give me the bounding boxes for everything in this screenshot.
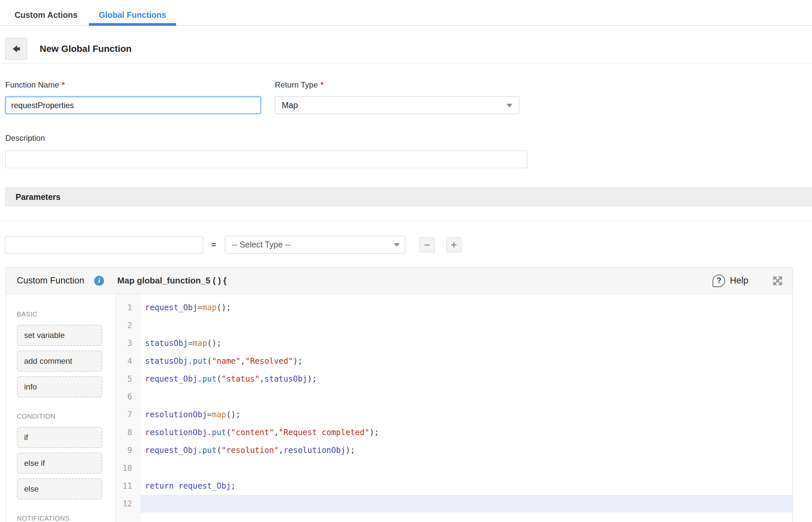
tab-custom-actions[interactable]: Custom Actions (15, 5, 78, 25)
parameters-section-header: Parameters (5, 187, 812, 206)
code-token: = (198, 303, 202, 312)
code-line[interactable]: request_Obj.put("resolution",resolutionO… (141, 441, 792, 459)
description-label: Description (5, 134, 812, 143)
code-line[interactable]: request_Obj=map(); (141, 299, 792, 317)
code-token: return (145, 481, 178, 490)
parameter-type-value: -- Select Type -- (232, 240, 290, 249)
sidebar-section-condition: CONDITIONifelse ifelse (17, 413, 102, 500)
add-parameter-button[interactable]: + (446, 237, 462, 253)
question-mark-icon: ? (713, 275, 725, 287)
arrow-left-icon (11, 44, 21, 54)
code-line[interactable] (141, 388, 792, 406)
code-line[interactable] (141, 495, 792, 513)
code-line[interactable]: return request_Obj; (141, 477, 792, 495)
line-number: 12 (116, 495, 132, 513)
code-token: ); (346, 446, 355, 455)
return-type-label: Return Type* (275, 80, 519, 89)
code-token: statusObj (145, 339, 188, 348)
code-line[interactable]: resolutionObj=map(); (141, 406, 792, 424)
back-button[interactable] (5, 38, 27, 60)
sidebar-section-label: CONDITION (17, 413, 102, 420)
code-token: map (193, 339, 207, 348)
line-number: 11 (116, 477, 132, 495)
code-line[interactable]: resolutionObj.put("content","Request com… (141, 424, 792, 441)
code-token: "Request completed" (279, 428, 370, 437)
code-line[interactable] (141, 459, 792, 477)
editor-sidebar: BASICset variableadd commentinfoCONDITIO… (6, 294, 116, 522)
code-token: map (212, 410, 226, 419)
sidebar-action-if[interactable]: if (17, 427, 102, 448)
code-token: "resolution" (221, 446, 279, 455)
active-tab-underline (89, 23, 176, 26)
editor-body: BASICset variableadd commentinfoCONDITIO… (6, 294, 792, 522)
code-token: ); (369, 428, 379, 437)
code-token: put (202, 374, 216, 384)
minus-icon: − (424, 239, 430, 250)
function-name-input[interactable] (5, 97, 261, 114)
code-token: ( (207, 357, 212, 366)
line-number: 7 (116, 406, 132, 424)
code-token: ); (293, 357, 303, 366)
code-token: statusObj (264, 374, 307, 384)
tab-bar: Custom Actions Global Functions (0, 0, 812, 26)
code-token: "content" (231, 428, 274, 437)
code-token: ( (226, 428, 231, 437)
sidebar-section-basic: BASICset variableadd commentinfo (17, 310, 102, 398)
parameter-row: = -- Select Type -- − + (5, 236, 812, 254)
code-token: , (274, 428, 279, 437)
code-token: "Resolved" (245, 357, 293, 366)
code-token: , (241, 357, 245, 366)
code-token: resolutionObj (145, 410, 207, 419)
help-button[interactable]: ? Help (713, 275, 748, 287)
code-token: request_Obj (145, 446, 198, 455)
editor-title: Custom Function (17, 276, 84, 286)
custom-function-panel: Custom Function i Map global_function_5 … (6, 267, 793, 522)
code-token: . (198, 446, 202, 455)
parameter-name-input[interactable] (5, 236, 203, 254)
tab-global-functions[interactable]: Global Functions (99, 5, 166, 25)
sidebar-action-else-if[interactable]: else if (17, 453, 102, 474)
line-number: 6 (116, 388, 132, 406)
function-form: Function Name* Return Type* Map (5, 80, 812, 114)
sidebar-action-else[interactable]: else (17, 478, 102, 500)
sidebar-action-info[interactable]: info (17, 376, 102, 398)
chevron-down-icon (394, 243, 400, 247)
return-type-value: Map (282, 100, 298, 110)
info-icon[interactable]: i (94, 276, 104, 286)
code-line[interactable]: statusObj.put("name","Resolved"); (141, 352, 792, 370)
code-token: statusObj (145, 357, 188, 366)
code-token: = (188, 339, 192, 348)
sidebar-action-add-comment[interactable]: add comment (17, 350, 102, 372)
code-editor[interactable]: request_Obj=map();statusObj=map();status… (141, 294, 792, 522)
remove-parameter-button[interactable]: − (420, 237, 435, 253)
code-line[interactable]: request_Obj.put("status",statusObj); (141, 370, 792, 388)
sidebar-section-notifications: NOTIFICATIONS (17, 515, 102, 522)
parameter-type-select[interactable]: -- Select Type -- (225, 236, 405, 254)
tab-label: Global Functions (99, 10, 166, 20)
description-input[interactable] (5, 150, 527, 168)
code-token: ; (231, 481, 236, 490)
required-asterisk: * (62, 80, 65, 89)
return-type-select[interactable]: Map (275, 97, 519, 114)
code-line[interactable] (141, 317, 792, 334)
chevron-down-icon (506, 104, 512, 107)
code-token: put (202, 446, 216, 455)
code-token: (); (226, 410, 241, 419)
required-asterisk: * (321, 80, 323, 89)
sidebar-action-set-variable[interactable]: set variable (17, 325, 102, 346)
line-number: 10 (116, 459, 132, 477)
fullscreen-button[interactable] (772, 275, 783, 286)
page-header: New Global Function (5, 38, 812, 60)
code-token: resolutionObj (145, 428, 207, 437)
parameters-title: Parameters (16, 192, 60, 202)
code-token: . (198, 374, 202, 384)
equals-sign: = (211, 240, 216, 249)
code-token: (); (207, 339, 221, 348)
line-number-gutter: 123456789101112 (116, 294, 141, 522)
sidebar-section-label: BASIC (17, 310, 102, 318)
editor-header: Custom Function i Map global_function_5 … (6, 267, 792, 294)
line-number: 1 (116, 299, 132, 317)
code-token: resolutionObj (283, 446, 346, 455)
help-label: Help (730, 276, 748, 286)
code-line[interactable]: statusObj=map(); (141, 334, 792, 352)
